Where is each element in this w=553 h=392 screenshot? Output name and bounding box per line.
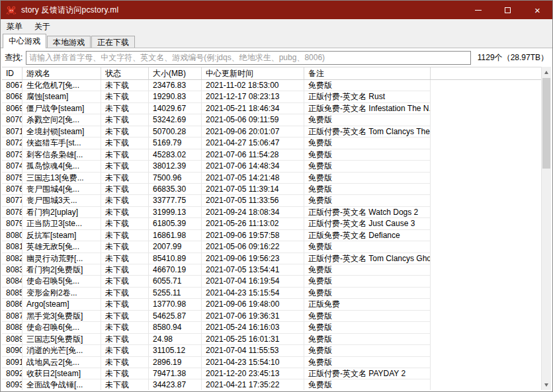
cell-name: 全面战争战锤[... (22, 379, 101, 390)
cell-updated: 2021-05-21 18:46:34 (202, 103, 304, 114)
cell-filler (431, 264, 541, 276)
table-row[interactable]: 8084使命召唤5[免...未下载6055.712021-07-04 16:19… (2, 276, 541, 287)
header-filler (431, 67, 541, 79)
close-button[interactable]: × (523, 1, 552, 19)
table-row[interactable]: 8092收获日2[steam]未下载79471.382021-12-20 23:… (2, 368, 541, 379)
table-row[interactable]: 8087黑手党3[免费版]未下载54625.872021-07-06 19:36… (2, 311, 541, 322)
cell-updated: 2021-09-06 19:48:00 (202, 299, 304, 310)
cell-status: 未下载 (101, 288, 149, 299)
table-row[interactable]: 8083看门狗2[免费版]未下载46670.192021-07-05 13:54… (2, 264, 541, 276)
cell-status: 未下载 (101, 149, 149, 161)
cell-size: 79471.38 (149, 368, 202, 379)
cell-note: 免费版 (304, 357, 431, 368)
arrow-up-icon (544, 71, 548, 74)
cell-name: 三国志5[免费版] (22, 334, 101, 345)
title-bar[interactable]: story 反馈请访问pcstory.ml × (1, 1, 552, 19)
header-note[interactable]: 备注 (304, 67, 431, 79)
cell-size: 19290.83 (149, 91, 202, 102)
table-row[interactable]: 8085变形金刚2卷...未下载5255.112021-04-23 15:15:… (2, 288, 541, 299)
window-title: story 反馈请访问pcstory.ml (21, 5, 118, 16)
cell-status: 未下载 (101, 357, 149, 368)
header-status[interactable]: 状态 (101, 67, 149, 79)
cell-note: 免费版 (304, 276, 431, 287)
menu-item-main[interactable]: 菜单 (1, 19, 28, 34)
cell-name: 看门狗2[uplay] (22, 207, 101, 218)
table-row[interactable]: 8082幽灵行动荒野[...未下载85410.892021-09-06 19:5… (2, 253, 541, 264)
cell-id: 8072 (2, 137, 22, 149)
cell-size: 8580.94 (149, 322, 202, 333)
cell-size: 38012.39 (149, 161, 202, 172)
header-name[interactable]: 游戏名 (22, 67, 101, 79)
cell-status: 未下载 (101, 368, 149, 379)
cell-id: 8091 (2, 357, 22, 368)
table-row[interactable]: 8073刺客信条枭雄[...未下载45283.022021-07-06 11:5… (2, 149, 541, 161)
cell-filler (431, 276, 541, 287)
table-row[interactable]: 8080反抗军[steam]未下载16861.982021-09-06 19:5… (2, 230, 541, 241)
table-row[interactable]: 8079正当防卫3[ste...未下载61805.392021-05-26 11… (2, 218, 541, 229)
cell-status: 未下载 (101, 114, 149, 126)
cell-status: 未下载 (101, 218, 149, 229)
cell-filler (431, 379, 541, 390)
cell-name: 看门狗2[免费版] (22, 264, 101, 276)
table-row[interactable]: 8070杀戮空间2[免...未下载53242.692021-05-06 09:1… (2, 114, 541, 126)
cell-status: 未下载 (101, 103, 149, 114)
table-row[interactable]: 8078看门狗2[uplay]未下载31999.132021-09-24 18:… (2, 207, 541, 218)
cell-status: 未下载 (101, 80, 149, 91)
cell-name: 侠盗猎车手[st... (22, 137, 101, 149)
cell-updated: 2021-09-06 20:01:07 (202, 126, 304, 137)
cell-id: 8080 (2, 230, 22, 241)
cell-name: 丧尸围城4[免... (22, 184, 101, 195)
cell-name: 使命召唤6[免... (22, 322, 101, 333)
table-row[interactable]: 8086Argo[steam]未下载13770.982021-09-06 19:… (2, 299, 541, 310)
table-row[interactable]: 8071全境封锁[steam]未下载50700.282021-09-06 20:… (2, 126, 541, 137)
table-row[interactable]: 8069僵尸战争[steam]未下载14029.672021-05-21 18:… (2, 103, 541, 114)
cell-updated: 2021-12-20 23:45:13 (202, 368, 304, 379)
table-row[interactable]: 8093全面战争战锤[...未下载34423.872021-04-21 17:3… (2, 379, 541, 390)
cell-filler (431, 80, 541, 91)
table-row[interactable]: 8072侠盗猎车手[st...未下载5169.792021-04-27 15:0… (2, 137, 541, 149)
cell-name: 腐蚀[steam] (22, 91, 101, 102)
vertical-scrollbar[interactable] (541, 67, 551, 390)
cell-updated: 2021-05-06 09:16:22 (202, 241, 304, 253)
cell-size: 85410.89 (149, 253, 202, 264)
minimize-button[interactable] (463, 1, 493, 19)
scroll-down-button[interactable] (542, 379, 551, 390)
cell-size: 13770.98 (149, 299, 202, 310)
table-row[interactable]: 8077丧尸围城3天...未下载33777.752021-07-05 11:33… (2, 195, 541, 206)
table-row[interactable]: 8081英雄无敌5[免...未下载2007.992021-05-06 09:16… (2, 241, 541, 253)
table-row[interactable]: 8074孤岛惊魂4[免...未下载38012.392021-07-06 14:4… (2, 161, 541, 172)
maximize-button[interactable] (493, 1, 523, 19)
search-input[interactable] (26, 51, 470, 65)
cell-name: 全境封锁[steam] (22, 126, 101, 137)
cell-id: 8076 (2, 184, 22, 195)
table-row[interactable]: 8089三国志5[免费版]未下载24.982021-05-25 16:01:31… (2, 334, 541, 345)
tab-downloading[interactable]: 正在下载 (91, 36, 135, 48)
cell-filler (431, 195, 541, 206)
tab-local-games[interactable]: 本地游戏 (47, 36, 91, 48)
table-row[interactable]: 8090消逝的光芒[免...未下载31105.122021-07-04 11:5… (2, 345, 541, 356)
table-row[interactable]: 8076丧尸围城4[免...未下载66835.302021-07-05 11:3… (2, 184, 541, 195)
tab-center-games[interactable]: 中心游戏 (3, 34, 46, 48)
table-row[interactable]: 8068腐蚀[steam]未下载19290.832021-12-17 08:23… (2, 91, 541, 102)
cell-filler (431, 288, 541, 299)
table-row[interactable]: 8067生化危机7[免...未下载23476.832021-11-02 18:5… (2, 80, 541, 91)
scrollbar-thumb[interactable] (542, 78, 550, 169)
table-row[interactable]: 8091战地风云2[免...未下载2896.192021-04-23 15:54… (2, 357, 541, 368)
cell-name: 战地风云2[免... (22, 357, 101, 368)
cell-id: 8093 (2, 379, 22, 390)
cell-name: 英雄无敌5[免... (22, 241, 101, 253)
cell-filler (431, 368, 541, 379)
cell-note: 免费版 (304, 184, 431, 195)
table-row[interactable]: 8075三国志13[免费...未下载7500.962021-07-05 14:2… (2, 173, 541, 184)
cell-size: 53242.69 (149, 114, 202, 126)
menu-item-about[interactable]: 关于 (28, 19, 56, 34)
header-updated[interactable]: 中心更新时间 (202, 67, 304, 79)
header-id[interactable]: ID (2, 67, 22, 79)
scroll-up-button[interactable] (542, 67, 551, 77)
header-size[interactable]: 大小(MB) (149, 67, 202, 79)
cell-id: 8081 (2, 241, 22, 253)
table-row[interactable]: 8088使命召唤6[免...未下载8580.942021-05-24 16:16… (2, 322, 541, 333)
cell-note: 正版付费-英文名 Rust (304, 91, 431, 102)
cell-note: 正版付费-英文名 Just Cause 3 (304, 218, 431, 229)
cell-id: 8068 (2, 91, 22, 102)
